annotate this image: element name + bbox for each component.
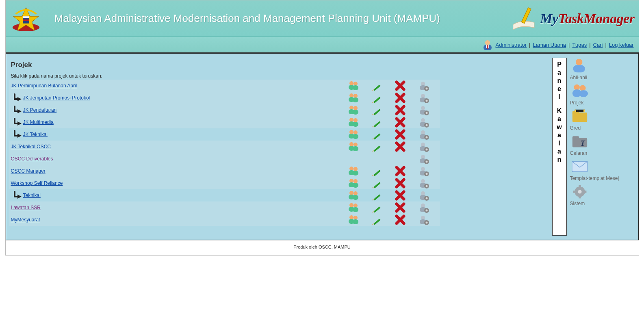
project-link[interactable]: JK Multimedia — [23, 119, 54, 125]
svg-rect-40 — [23, 19, 29, 21]
nav-logout[interactable]: Log keluar — [609, 42, 634, 48]
edit-icon[interactable] — [371, 80, 383, 91]
project-row: Teknikal — [9, 189, 440, 201]
edit-icon[interactable] — [371, 190, 383, 201]
edit-icon[interactable] — [371, 141, 383, 152]
project-name-cell: JK Teknikal OSCC — [9, 144, 347, 149]
control-panel-label: PanelKawalan — [552, 58, 567, 236]
nav-home[interactable]: Laman Utama — [533, 42, 566, 48]
users-icon[interactable] — [347, 93, 360, 103]
delete-icon[interactable] — [395, 129, 407, 140]
edit-icon[interactable] — [371, 166, 383, 176]
nav-tasks[interactable]: Tugas — [572, 42, 587, 48]
user-icon — [482, 39, 493, 50]
project-link[interactable]: JK Perhimpunan Bulanan April — [11, 83, 77, 89]
delete-icon[interactable] — [395, 190, 407, 201]
settings-icon[interactable] — [418, 80, 430, 91]
side-item-system[interactable]: Sistem — [570, 184, 635, 206]
side-item-msgtpl[interactable]: Templat-templat Mesej — [570, 158, 635, 181]
settings-icon[interactable] — [418, 178, 430, 188]
app-logo-icon — [510, 6, 538, 31]
edit-icon[interactable] — [371, 214, 383, 225]
side-item-members[interactable]: Ahli-ahli — [570, 58, 635, 80]
settings-icon[interactable] — [418, 117, 430, 128]
delete-icon[interactable] — [395, 214, 407, 225]
project-actions — [347, 214, 440, 225]
settings-icon[interactable] — [418, 214, 430, 225]
footer: Produk oleh OSCC, MAMPU — [6, 240, 639, 255]
settings-icon[interactable] — [418, 105, 430, 115]
edit-icon[interactable] — [371, 93, 383, 103]
nav-user[interactable]: Administrator — [495, 42, 527, 48]
delete-icon — [395, 154, 407, 164]
users-icon[interactable] — [347, 117, 360, 128]
settings-icon[interactable] — [418, 141, 430, 152]
edit-icon[interactable] — [371, 202, 383, 213]
project-link[interactable]: JK Teknikal OSCC — [11, 144, 51, 149]
settings-icon[interactable] — [418, 129, 430, 140]
delete-icon[interactable] — [395, 178, 407, 188]
site-title: Malaysian Administrative Modernisation a… — [54, 12, 510, 25]
settings-icon[interactable] — [418, 166, 430, 176]
project-link[interactable]: JK Jemputan Promosi Protokol — [23, 95, 90, 101]
edit-icon[interactable] — [371, 117, 383, 128]
delete-icon[interactable] — [395, 80, 407, 91]
svg-rect-39 — [23, 16, 29, 18]
project-link[interactable]: Lawatan SSR — [11, 205, 41, 210]
project-actions — [347, 117, 440, 128]
delete-icon[interactable] — [395, 105, 407, 115]
project-row: JK Teknikal OSCC — [9, 141, 440, 153]
project-actions — [347, 105, 440, 115]
users-icon[interactable] — [347, 178, 360, 188]
msgtpl-icon — [570, 158, 590, 175]
edit-icon[interactable] — [371, 105, 383, 115]
edit-icon[interactable] — [371, 129, 383, 140]
project-link[interactable]: Workshop Self Reliance — [11, 180, 63, 186]
settings-icon[interactable] — [418, 202, 430, 213]
side-item-titles[interactable]: Gelaran — [570, 133, 635, 156]
delete-icon[interactable] — [395, 117, 407, 128]
project-actions — [347, 154, 440, 164]
users-icon[interactable] — [347, 202, 360, 213]
delete-icon[interactable] — [395, 93, 407, 103]
side-item-projects[interactable]: Projek — [570, 83, 635, 106]
project-link[interactable]: MyMesyuarat — [11, 217, 40, 223]
users-icon[interactable] — [347, 214, 360, 225]
child-arrow-icon — [13, 118, 22, 127]
side-item-grades[interactable]: Gred — [570, 108, 635, 131]
users-icon[interactable] — [347, 141, 360, 152]
project-actions — [347, 178, 440, 188]
header: Malaysian Administrative Modernisation a… — [6, 0, 639, 37]
project-name-cell: Lawatan SSR — [9, 205, 347, 210]
project-name-cell: OSCC Manager — [9, 168, 347, 174]
nav-search[interactable]: Cari — [593, 42, 603, 48]
settings-icon[interactable] — [418, 154, 430, 164]
child-arrow-icon — [13, 191, 22, 200]
delete-icon[interactable] — [395, 202, 407, 213]
project-list: JK Perhimpunan Bulanan AprilJK Jemputan … — [9, 80, 440, 226]
project-link[interactable]: Teknikal — [23, 193, 41, 198]
project-link[interactable]: OSCC Manager — [11, 168, 46, 174]
users-icon[interactable] — [347, 80, 360, 91]
project-row: JK Pendaftaran — [9, 104, 440, 116]
users-icon[interactable] — [347, 129, 360, 140]
users-icon[interactable] — [347, 166, 360, 176]
instruction-text: Sila klik pada nama projek untuk teruska… — [11, 73, 549, 79]
project-link[interactable]: JK Pendaftaran — [23, 107, 57, 113]
project-row: MyMesyuarat — [9, 214, 440, 226]
page-container: Malaysian Administrative Modernisation a… — [5, 0, 639, 256]
edit-icon[interactable] — [371, 178, 383, 188]
main-column: Projek Sila klik pada nama projek untuk … — [9, 58, 549, 236]
settings-icon[interactable] — [418, 190, 430, 201]
project-row: Workshop Self Reliance — [9, 177, 440, 189]
delete-icon[interactable] — [395, 141, 407, 152]
project-name-cell: JK Jemputan Promosi Protokol — [9, 93, 347, 102]
delete-icon[interactable] — [395, 166, 407, 176]
users-icon[interactable] — [347, 190, 360, 201]
child-arrow-icon — [13, 106, 22, 115]
project-link[interactable]: OSCC Deliverables — [11, 156, 53, 162]
project-link[interactable]: JK Teknikal — [23, 132, 48, 137]
side-item-label: Gelaran — [570, 150, 635, 156]
settings-icon[interactable] — [418, 93, 430, 103]
users-icon[interactable] — [347, 105, 360, 115]
